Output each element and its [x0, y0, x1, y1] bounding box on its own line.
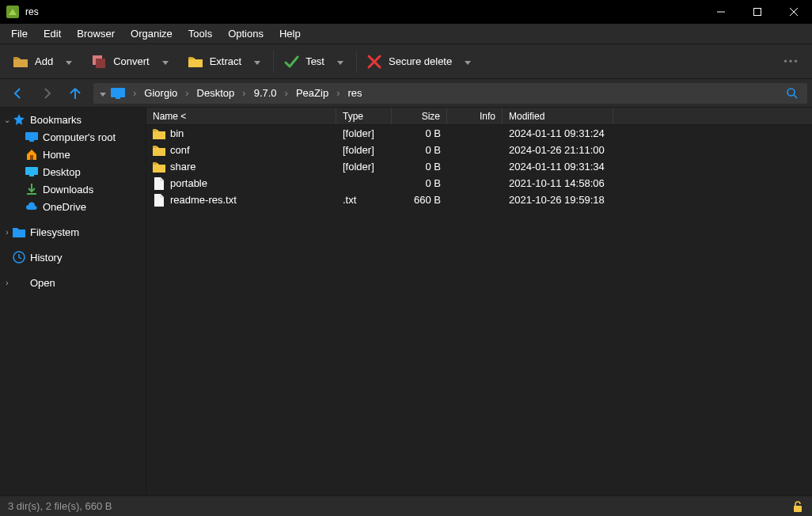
sidebar-item-bookmarks[interactable]: ⌄ Bookmarks [0, 111, 146, 128]
menu-organize[interactable]: Organize [123, 25, 180, 43]
expand-arrow-icon: ⌄ [2, 116, 13, 124]
svg-point-13 [787, 89, 795, 96]
chevron-down-icon [254, 55, 260, 67]
collapse-arrow-icon: › [2, 228, 13, 237]
svg-rect-22 [153, 146, 157, 148]
status-text: 3 dir(s), 2 file(s), 660 B [8, 500, 791, 512]
address-dropdown[interactable] [97, 87, 109, 99]
breadcrumb-separator: › [236, 87, 252, 99]
close-button[interactable] [776, 0, 812, 24]
secure-delete-dropdown[interactable] [460, 49, 476, 74]
breadcrumb: › Giorgio › Desktop › 9.7.0 › PeaZip › r… [127, 85, 364, 101]
test-dropdown[interactable] [332, 49, 348, 74]
add-label: Add [35, 55, 53, 67]
sidebar-item-home[interactable]: Home [0, 146, 146, 163]
file-size-cell: 0 B [392, 177, 447, 189]
extract-folder-icon [188, 54, 203, 70]
back-button[interactable] [8, 83, 28, 104]
svg-rect-5 [13, 57, 18, 59]
lock-icon [791, 500, 804, 513]
breadcrumb-item[interactable]: 9.7.0 [252, 85, 279, 101]
menu-file[interactable]: File [3, 25, 36, 43]
convert-icon [91, 54, 107, 70]
table-row[interactable]: bin[folder]0 B2024-01-11 09:31:24 [146, 125, 812, 142]
monitor-icon [111, 88, 125, 99]
sidebar-label: Computer's root [43, 131, 116, 143]
extract-dropdown[interactable] [249, 49, 265, 74]
svg-line-14 [794, 95, 797, 98]
convert-button[interactable]: Convert [83, 49, 157, 74]
menu-browser[interactable]: Browser [69, 25, 123, 43]
table-row[interactable]: portable0 B2021-10-11 14:58:06 [146, 175, 812, 192]
maximize-button[interactable] [739, 0, 776, 24]
add-dropdown[interactable] [61, 49, 77, 74]
sidebar-label: History [30, 252, 62, 264]
table-row[interactable]: conf[folder]0 B2024-01-26 21:11:00 [146, 142, 812, 158]
minimize-button[interactable] [703, 0, 739, 24]
test-label: Test [305, 55, 324, 67]
menu-tools[interactable]: Tools [180, 25, 220, 43]
collapse-arrow-icon: › [2, 279, 13, 287]
sidebar-item-history[interactable]: History [0, 249, 146, 266]
sidebar-label: Home [43, 149, 70, 161]
svg-rect-18 [25, 167, 38, 175]
file-size-cell: 0 B [392, 127, 447, 139]
breadcrumb-item[interactable]: Giorgio [142, 85, 179, 101]
forward-button[interactable] [36, 83, 57, 104]
menu-edit[interactable]: Edit [36, 25, 69, 43]
sidebar-item-filesystem[interactable]: › Filesystem [0, 223, 146, 241]
svg-rect-2 [754, 9, 761, 16]
menu-options[interactable]: Options [220, 25, 271, 43]
chevron-down-icon [465, 55, 471, 67]
sidebar-item-onedrive[interactable]: OneDrive [0, 198, 146, 215]
column-type[interactable]: Type [336, 108, 392, 124]
desktop-icon [25, 165, 38, 178]
svg-rect-11 [111, 88, 125, 97]
secure-delete-label: Secure delete [389, 55, 452, 67]
sidebar-item-downloads[interactable]: Downloads [0, 180, 146, 198]
file-name-cell: readme-res.txt [146, 194, 336, 207]
file-size-cell: 0 B [392, 161, 447, 173]
cloud-icon [25, 200, 38, 213]
table-row[interactable]: share[folder]0 B2024-01-11 09:31:34 [146, 158, 812, 175]
search-button[interactable] [780, 83, 804, 104]
convert-dropdown[interactable] [157, 49, 173, 74]
secure-delete-button[interactable]: Secure delete [359, 49, 460, 74]
column-name[interactable]: Name < [146, 108, 336, 124]
svg-rect-23 [153, 162, 157, 165]
column-info[interactable]: Info [447, 108, 503, 124]
sidebar: ⌄ Bookmarks Computer's root Home Desktop… [0, 108, 146, 495]
sidebar-item-desktop[interactable]: Desktop [0, 163, 146, 180]
breadcrumb-item[interactable]: Desktop [195, 85, 237, 101]
check-icon [283, 54, 299, 70]
svg-rect-19 [29, 175, 34, 176]
table-row[interactable]: readme-res.txt.txt660 B2021-10-26 19:59:… [146, 192, 812, 208]
svg-rect-7 [96, 59, 105, 68]
sidebar-item-computer-root[interactable]: Computer's root [0, 128, 146, 146]
column-size[interactable]: Size [392, 108, 447, 124]
file-modified-cell: 2024-01-26 21:11:00 [503, 144, 613, 156]
file-name-cell: bin [146, 127, 336, 140]
file-type-cell: [folder] [336, 127, 392, 139]
monitor-icon [25, 131, 38, 143]
extract-button[interactable]: Extract [180, 49, 249, 74]
column-modified[interactable]: Modified [503, 108, 613, 124]
test-button[interactable]: Test [275, 49, 332, 74]
star-icon [13, 113, 25, 126]
main-area: ⌄ Bookmarks Computer's root Home Desktop… [0, 108, 812, 495]
download-icon [25, 183, 38, 195]
add-button[interactable]: Add [5, 49, 61, 74]
sidebar-item-open[interactable]: › Open [0, 274, 146, 291]
convert-label: Convert [113, 55, 150, 67]
file-type-cell: [folder] [336, 161, 392, 173]
up-button[interactable] [65, 83, 85, 104]
breadcrumb-item[interactable]: res [346, 85, 363, 101]
toolbar-overflow[interactable]: ••• [776, 49, 807, 74]
window-title: res [25, 6, 703, 17]
addressbar[interactable]: › Giorgio › Desktop › 9.7.0 › PeaZip › r… [93, 83, 807, 104]
breadcrumb-item[interactable]: PeaZip [294, 85, 330, 101]
menu-help[interactable]: Help [271, 25, 309, 43]
chevron-down-icon [100, 87, 106, 99]
chevron-down-icon [66, 55, 72, 67]
titlebar: res [0, 0, 812, 24]
